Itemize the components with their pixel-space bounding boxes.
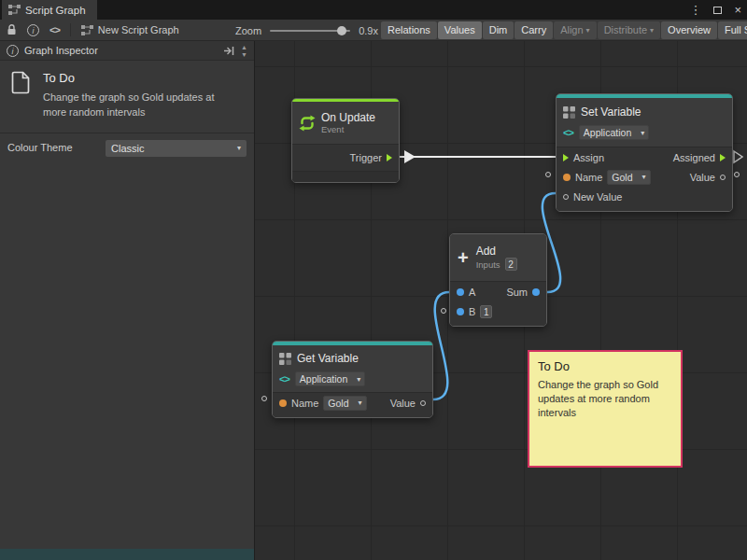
graph-canvas[interactable]: On Update Event Trigger Set Variable [255, 41, 747, 560]
variable-name-dropdown[interactable]: Gold ▾ [323, 396, 366, 411]
info-icon: i [7, 45, 19, 57]
loop-event-icon [299, 115, 316, 132]
name-label: Name [575, 172, 602, 183]
value-output-port[interactable] [420, 400, 426, 406]
colour-theme-dropdown[interactable]: Classic ▾ [106, 140, 247, 157]
zoom-value: 0.9x [359, 25, 378, 36]
zoom-slider[interactable] [270, 30, 350, 32]
values-button[interactable]: Values [438, 21, 482, 39]
distribute-button[interactable]: Distribute▾ [598, 21, 660, 39]
graph-inspector-header: i Graph Inspector ▲ ▼ [0, 41, 254, 61]
graph-toolbar: i <> New Script Graph Zoom 0.9x Relation… [0, 20, 747, 41]
get-variable-header: Get Variable <> Application ▾ [273, 345, 432, 392]
toolbar-left-group: i <> New Script Graph [0, 23, 179, 36]
name-label: Name [291, 398, 318, 409]
name-input-port[interactable] [279, 399, 287, 407]
code-icon: <> [279, 373, 289, 385]
chevron-down-icon: ▾ [650, 24, 654, 36]
node-on-update[interactable]: On Update Event Trigger [291, 98, 400, 183]
node-title: Add [476, 245, 517, 258]
add-b-edge-port[interactable] [441, 308, 446, 314]
code-icon: <> [563, 127, 573, 138]
node-get-variable[interactable]: Get Variable <> Application ▾ Name [272, 341, 433, 418]
b-row: B 1 [450, 301, 546, 321]
set-variable-value-edge-port[interactable] [734, 172, 740, 177]
name-value-row: Name Gold ▾ Value [557, 167, 732, 187]
zoom-slider-handle[interactable] [337, 26, 346, 35]
sum-output-port[interactable] [532, 288, 540, 296]
sticky-note-title: To Do [538, 359, 672, 373]
new-script-graph-button[interactable]: New Script Graph [81, 24, 179, 35]
code-icon[interactable]: <> [49, 24, 60, 35]
lock-icon[interactable] [7, 24, 17, 35]
scroll-up-icon[interactable]: ▲ [241, 44, 247, 50]
sum-label: Sum [506, 287, 528, 298]
name-input-port[interactable] [563, 174, 571, 181]
trigger-output-port[interactable] [387, 154, 392, 161]
b-value-field[interactable]: 1 [480, 305, 492, 318]
node-subtitle: Event [321, 124, 375, 134]
inspector-actions: ▲ ▼ [223, 44, 247, 58]
node-add[interactable]: + Add Inputs 2 A [449, 233, 547, 327]
variables-icon [279, 353, 291, 365]
relations-button[interactable]: Relations [381, 21, 437, 39]
a-input-port[interactable] [457, 288, 464, 296]
colour-theme-row: Colour Theme Classic ▾ [0, 133, 254, 161]
todo-title: To Do [43, 71, 235, 85]
node-title: On Update [321, 111, 375, 124]
zoom-label: Zoom [235, 25, 261, 36]
new-script-graph-label: New Script Graph [98, 24, 179, 35]
scroll-down-icon[interactable]: ▼ [241, 51, 247, 58]
value-output-port[interactable] [720, 175, 726, 180]
inputs-count-field[interactable]: 2 [505, 258, 517, 271]
close-icon[interactable]: × [734, 4, 741, 16]
carry-button[interactable]: Carry [514, 21, 553, 39]
script-graph-icon [8, 5, 21, 15]
info-icon[interactable]: i [27, 24, 39, 36]
dim-button[interactable]: Dim [483, 21, 514, 39]
assigned-output-port[interactable] [720, 154, 726, 161]
new-value-label: New Value [573, 191, 622, 203]
tab-script-graph[interactable]: Script Graph [2, 0, 97, 20]
maximize-icon[interactable] [713, 7, 722, 14]
on-update-header: On Update Event [292, 102, 399, 144]
b-input-port[interactable] [457, 308, 464, 315]
value-label: Value [390, 398, 416, 409]
a-label: A [469, 287, 475, 298]
get-variable-name-edge-port[interactable] [261, 396, 267, 401]
new-value-input-port[interactable] [563, 194, 569, 200]
add-header: + Add Inputs 2 [450, 234, 546, 281]
a-sum-row: A Sum [450, 282, 546, 301]
name-value-row: Name Gold ▾ Value [273, 393, 432, 413]
zoom-group: Zoom 0.9x [235, 20, 378, 41]
todo-body: Change the graph so Gold updates at more… [43, 91, 235, 120]
note-icon [11, 71, 31, 94]
colour-theme-value: Classic [111, 143, 144, 154]
wire-flow-arrow [404, 150, 416, 163]
node-set-variable[interactable]: Set Variable <> Application ▾ Assign [556, 93, 733, 212]
overview-button[interactable]: Overview [661, 21, 717, 39]
chevron-down-icon: ▾ [586, 24, 590, 36]
trigger-port-label: Trigger [350, 152, 382, 163]
toolbar-buttons: Relations Values Dim Carry Align▾ Distri… [381, 21, 747, 39]
chevron-down-icon: ▾ [642, 173, 646, 181]
toolbar-divider [70, 23, 71, 36]
variable-scope-dropdown[interactable]: Application ▾ [295, 371, 365, 386]
variable-name-dropdown[interactable]: Gold ▾ [607, 170, 650, 185]
set-variable-name-edge-port[interactable] [545, 172, 551, 177]
full-screen-button[interactable]: Full S [718, 21, 747, 39]
script-graph-asset-icon [81, 25, 93, 35]
window-controls: ⋮ × [689, 0, 741, 20]
assign-input-port[interactable] [563, 154, 569, 161]
panel-scrollbar[interactable]: ▲ ▼ [241, 44, 247, 58]
align-button[interactable]: Align▾ [554, 21, 596, 39]
variable-scope-dropdown[interactable]: Application ▾ [579, 125, 649, 140]
pop-out-icon[interactable] [223, 46, 234, 56]
sticky-note[interactable]: To Do Change the graph so Gold updates a… [528, 350, 683, 468]
value-label: Value [690, 172, 715, 183]
tab-title: Script Graph [25, 5, 86, 16]
node-footer [292, 171, 399, 182]
menu-icon[interactable]: ⋮ [689, 4, 701, 16]
plus-icon: + [458, 248, 469, 267]
chevron-down-icon: ▾ [357, 375, 360, 384]
